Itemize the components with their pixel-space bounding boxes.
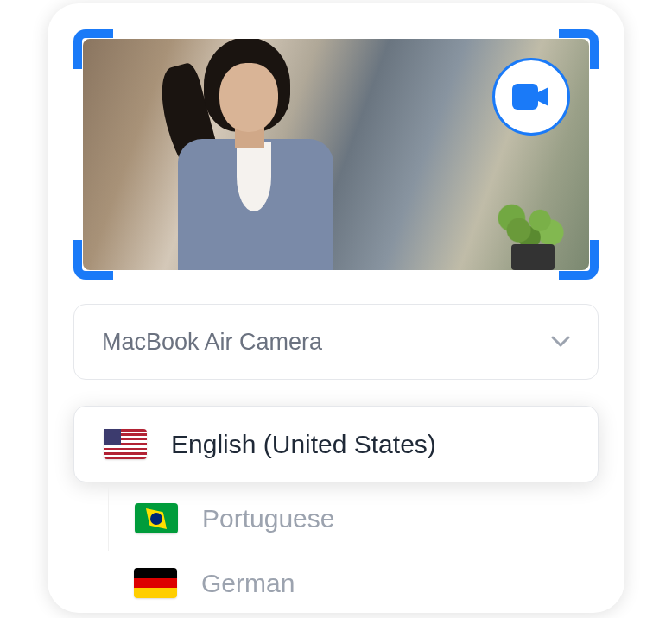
camera-select[interactable]: MacBook Air Camera	[73, 304, 599, 380]
language-option-english[interactable]: English (United States)	[73, 406, 599, 482]
frame-corner	[559, 29, 599, 69]
flag-us-icon	[104, 429, 147, 459]
frame-corner	[73, 240, 113, 280]
language-label: Portuguese	[202, 504, 334, 533]
video-preview-frame	[73, 29, 599, 280]
language-option-portuguese[interactable]: Portuguese	[108, 486, 529, 551]
language-label: German	[201, 569, 295, 598]
camera-preview	[83, 39, 589, 270]
video-camera-icon	[512, 84, 550, 110]
chevron-down-icon	[551, 336, 570, 348]
language-list: English (United States) Portuguese Germa…	[73, 406, 599, 613]
camera-select-label: MacBook Air Camera	[102, 329, 322, 356]
flag-br-icon	[135, 503, 178, 533]
person-image	[126, 39, 368, 270]
language-label: English (United States)	[171, 430, 436, 459]
record-button[interactable]	[492, 58, 570, 136]
flag-de-icon	[134, 568, 177, 598]
svg-rect-0	[512, 84, 538, 110]
language-option-german[interactable]: German	[108, 551, 529, 613]
frame-corner	[559, 240, 599, 280]
settings-card: MacBook Air Camera English (United State…	[48, 3, 624, 613]
frame-corner	[73, 29, 113, 69]
